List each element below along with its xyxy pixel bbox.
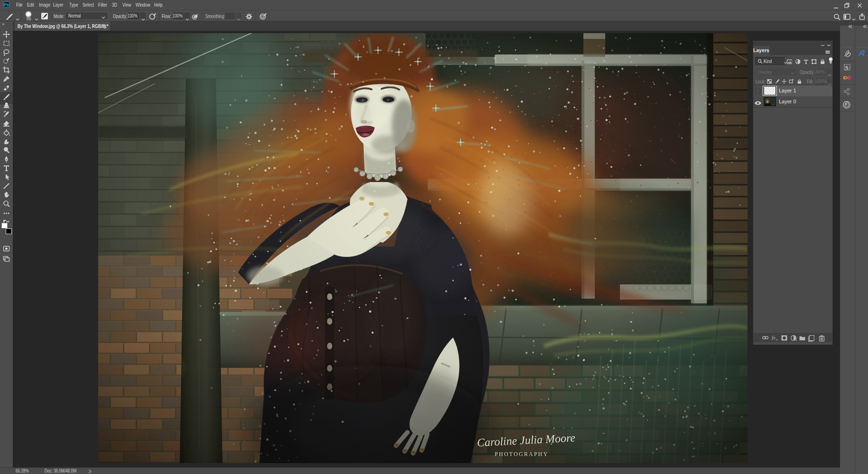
svg-text:fx: fx (772, 335, 776, 340)
svg-text:PHOTOGRAPHY: PHOTOGRAPHY (495, 451, 548, 457)
svg-text:S: S (845, 64, 849, 71)
